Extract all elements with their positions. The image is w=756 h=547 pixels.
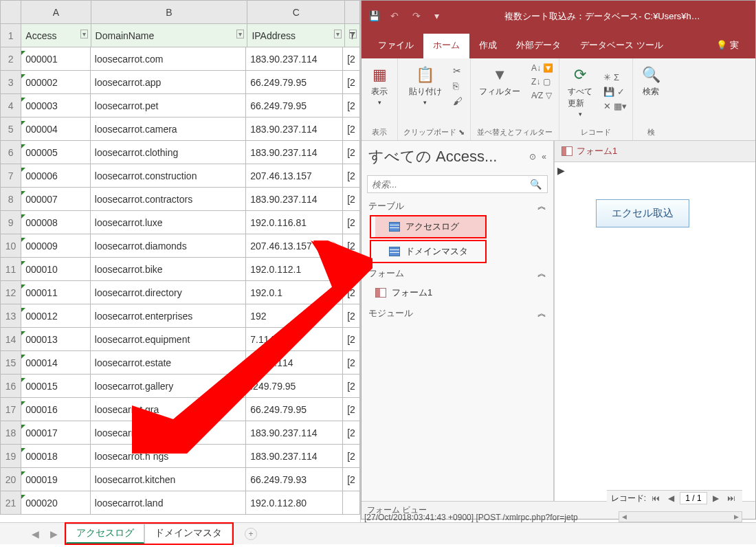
row-header[interactable]: 10 [1, 234, 21, 258]
cell[interactable]: 000010 [21, 258, 91, 281]
cell[interactable]: 000014 [21, 351, 91, 375]
nav-cat-modules[interactable]: モジュール︽ [362, 303, 553, 322]
cell[interactable]: 000007 [21, 188, 91, 211]
cell[interactable]: 000017 [21, 421, 91, 445]
add-sheet-icon[interactable]: + [245, 528, 257, 540]
cell[interactable]: loosecarrot.diamonds [90, 234, 245, 258]
horizontal-scrollbar[interactable] [619, 511, 742, 522]
cell[interactable]: 192.0.112.1 [246, 258, 343, 281]
row-header[interactable]: 14 [1, 328, 21, 351]
cell[interactable]: 000020 [21, 491, 91, 515]
row-header[interactable]: 21 [1, 491, 21, 515]
cell[interactable]: loosecarrot.app [90, 71, 245, 94]
sheet-tab-accesslog[interactable]: アクセスログ [66, 524, 144, 544]
excel-data-rows[interactable]: 2 000001 loosecarrot.com 183.90.237.114 … [0, 47, 360, 515]
cell[interactable]: 000004 [21, 118, 91, 141]
cell[interactable]: [2 [343, 47, 360, 71]
record-pos-input[interactable] [680, 492, 707, 504]
cell[interactable]: [2 [343, 421, 360, 445]
cell[interactable]: [2 [343, 234, 360, 258]
sort-asc-icon[interactable]: A↓ 🔽 [531, 63, 553, 73]
nav-cat-forms[interactable]: フォーム︽ [362, 263, 553, 282]
cell[interactable]: 192 [246, 304, 343, 328]
nav-item-domainmaster[interactable]: ドメインマスタ [375, 241, 485, 262]
cell[interactable]: 192.0.116.81 [246, 211, 343, 234]
row-header[interactable]: 18 [1, 421, 21, 445]
cell[interactable]: [2 [343, 188, 360, 211]
row-header[interactable]: 16 [1, 375, 21, 398]
cell[interactable]: 000012 [21, 304, 91, 328]
cell[interactable]: [2 [343, 375, 360, 398]
cell[interactable]: 183.90.237.114 [246, 421, 343, 445]
cell[interactable]: 183.90.237.114 [246, 188, 343, 211]
cell[interactable]: loosecarrot.gallery [90, 375, 245, 398]
row-header[interactable]: 20 [1, 468, 21, 491]
nav-item-form1[interactable]: フォーム1 [362, 282, 553, 303]
cell[interactable]: loosecarrot.enterprises [90, 304, 245, 328]
row-header[interactable]: 19 [1, 445, 21, 468]
cell[interactable]: 207.46.13.157 [246, 164, 343, 188]
record-selector-icon[interactable]: ▶ [557, 165, 565, 176]
save-icon[interactable]: 💾 [368, 10, 381, 23]
next-record-icon[interactable]: ▶ [710, 493, 722, 503]
cell[interactable]: [2 [343, 94, 360, 118]
col-header-c[interactable]: C [247, 1, 345, 24]
tab-external[interactable]: 外部データ [507, 34, 570, 58]
cell[interactable] [343, 491, 360, 515]
tab-dbtools[interactable]: データベース ツール [570, 34, 673, 58]
cell[interactable]: loosecarrot.pet [90, 94, 245, 118]
filter-button[interactable]: ▼フィルター [476, 63, 523, 100]
cell[interactable]: 66.249.79.95 [246, 94, 343, 118]
cell[interactable]: loosecarrot.gra [90, 398, 245, 421]
cell[interactable]: 000005 [21, 141, 91, 164]
save-record-icon[interactable]: 💾 ✓ [603, 87, 627, 97]
search-icon[interactable]: 🔍 [524, 176, 547, 192]
cell[interactable]: loosecarrot.land [90, 491, 245, 515]
hdr-t[interactable]: T [345, 24, 360, 47]
hdr-access[interactable]: Access [21, 24, 91, 47]
delete-record-icon[interactable]: ✕ ▦▾ [603, 101, 627, 111]
nav-item-accesslog[interactable]: アクセスログ [375, 216, 485, 237]
refresh-button[interactable]: ⟳すべて 更新▾ [565, 63, 595, 120]
sheet-nav-prev-icon[interactable]: ◀ [27, 528, 43, 539]
nav-collapse-icon[interactable]: « [542, 152, 546, 161]
cell[interactable]: [2 [343, 211, 360, 234]
cut-icon[interactable]: ✂ [453, 65, 463, 76]
excel-grid[interactable]: A B C 1 Access DomainName IPAddress T [0, 0, 360, 47]
excel-import-button[interactable]: エクセル取込 [596, 199, 689, 227]
cell[interactable]: 000015 [21, 375, 91, 398]
cell[interactable]: 000006 [21, 164, 91, 188]
tab-tellme[interactable]: 💡 実 [707, 34, 748, 58]
row-header[interactable]: 9 [1, 211, 21, 234]
cell[interactable]: loosecarrot.contractors [90, 188, 245, 211]
cell[interactable]: 66.249.79.95 [246, 398, 343, 421]
cell[interactable]: 000001 [21, 47, 91, 71]
cell[interactable]: loosecarrot.bike [90, 258, 245, 281]
cell[interactable]: loosecarrot.h ngs [90, 445, 245, 468]
cell[interactable]: [2 [343, 164, 360, 188]
first-record-icon[interactable]: ⏮ [649, 493, 663, 503]
search-input[interactable] [368, 177, 524, 192]
cell[interactable]: loosecarrot.equipment [90, 328, 245, 351]
find-button[interactable]: 🔍検索 [638, 63, 663, 100]
col-header-d[interactable] [345, 1, 360, 24]
row-header[interactable]: 3 [1, 71, 21, 94]
row-header[interactable]: 15 [1, 351, 21, 375]
cell[interactable]: [2 [343, 468, 360, 491]
row-header[interactable]: 4 [1, 94, 21, 118]
sort-desc-icon[interactable]: Z↓ ▢ [531, 77, 553, 87]
cell[interactable]: 000008 [21, 211, 91, 234]
cell[interactable]: .249.79.95 [246, 375, 343, 398]
sheet-tab-domainmaster[interactable]: ドメインマスタ [144, 524, 232, 544]
cell[interactable]: loosecarrot.camera [90, 118, 245, 141]
cell[interactable]: loosecarrot.kitchen [90, 468, 245, 491]
row-header[interactable]: 7 [1, 164, 21, 188]
nav-cat-tables[interactable]: テーブル︽ [362, 196, 553, 215]
cell[interactable]: [2 [343, 71, 360, 94]
copy-icon[interactable]: ⎘ [453, 80, 463, 91]
corner-cell[interactable] [1, 1, 21, 24]
qat-customize-icon[interactable]: ▾ [434, 10, 447, 23]
row-header[interactable]: 5 [1, 118, 21, 141]
cell[interactable]: loosecarrot.clothing [90, 141, 245, 164]
cell[interactable]: 183.90.237.114 [246, 47, 343, 71]
